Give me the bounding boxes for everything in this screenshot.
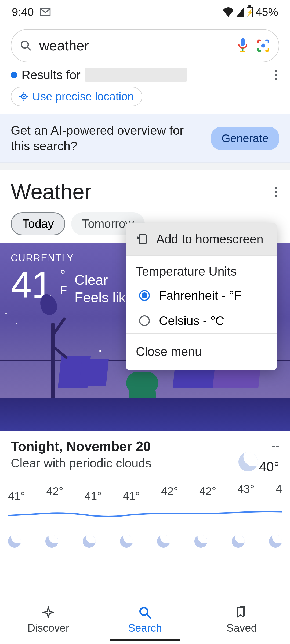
unit-fahrenheit[interactable]: Fahrenheit - °F [126,283,277,308]
moon-small-icon [267,532,284,550]
ai-overview-banner: Get an AI-powered overview for this sear… [0,114,290,163]
location-dot-icon [11,72,17,78]
search-nav-icon [139,606,151,619]
results-location-row: Results for [0,65,290,83]
lens-icon[interactable] [256,39,270,53]
tonight-low: 40° [259,459,279,474]
weather-overflow-icon[interactable] [273,185,279,199]
moon-small-icon [155,532,173,550]
moon-icon [236,449,260,474]
add-to-homescreen-item[interactable]: Add to homescreen [126,223,277,255]
results-for-label: Results for [21,68,81,82]
precise-location-label: Use precise location [32,90,134,103]
gesture-bar[interactable] [110,639,180,641]
add-home-label: Add to homescreen [156,232,263,246]
hour-temp: 43° [237,483,255,503]
tonight-forecast[interactable]: Tonight, November 20 Clear with periodic… [0,431,290,477]
tonight-desc: Clear with periodic clouds [11,456,238,470]
hour-temp: 41° [123,490,140,503]
generate-button[interactable]: Generate [211,127,279,150]
weather-overflow-menu: Add to homescreen Temperature Units Fahr… [126,223,277,370]
hourly-forecast[interactable]: 41° 42° 41° 41° 42° 42° 43° 4 [0,477,290,548]
wifi-icon [222,7,234,17]
add-home-icon [136,233,148,245]
svg-rect-2 [241,38,245,46]
moon-small-icon [6,532,23,550]
tonight-high: -- [238,439,279,452]
battery-icon: ⚡ [247,7,253,17]
hourly-sparkline [8,510,282,518]
moon-small-icon [192,532,210,550]
temp-units-label: Temperature Units [126,256,277,283]
battery-pct: 45% [256,6,278,19]
redacted-location [85,68,187,82]
ai-banner-text: Get an AI-powered overview for this sear… [11,123,204,154]
nav-saved[interactable]: Saved [193,596,290,644]
laundry-icon [79,359,109,386]
hour-temp: 42° [46,485,63,503]
use-precise-location-button[interactable]: Use precise location [11,87,142,106]
hour-temp: 42° [161,485,178,503]
overflow-menu-icon[interactable] [273,68,279,82]
hour-temp: 41° [85,490,102,503]
feels-like-text: Feels like [74,289,133,306]
hour-temp: 41° [8,490,25,503]
svg-point-5 [261,43,265,47]
moon-small-icon [43,532,61,550]
nav-discover[interactable]: Discover [0,596,97,644]
svg-line-1 [27,47,30,50]
sparkle-icon [42,606,55,619]
radio-unselected-icon [139,315,150,326]
search-bar[interactable]: weather [11,29,279,62]
moon-small-icon [118,532,135,550]
tonight-title: Tonight, November 20 [11,439,238,454]
tab-today[interactable]: Today [11,212,65,235]
condition-text: Clear [74,271,133,289]
svg-rect-12 [139,235,146,244]
gmail-icon [40,8,51,16]
status-time: 9:40 [12,6,34,19]
hour-temp: 42° [199,485,216,503]
search-icon [20,40,32,52]
svg-line-14 [147,614,150,618]
target-icon [19,92,28,101]
bottom-nav: Discover Search Saved [0,596,290,644]
search-input[interactable]: weather [39,38,229,54]
radio-selected-icon [139,290,150,301]
close-menu-item[interactable]: Close menu [126,335,277,370]
weather-title: Weather [11,180,92,204]
svg-point-7 [23,96,25,97]
moon-small-icon [80,532,98,550]
moon-small-icon [229,532,247,550]
bookmark-icon [235,606,248,619]
nav-search[interactable]: Search [97,596,193,644]
temp-unit: ° F [60,269,67,296]
hour-temp: 4 [276,483,282,503]
mic-icon[interactable] [237,38,249,53]
unit-celsius[interactable]: Celsius - °C [126,308,277,333]
cell-signal-icon [236,7,244,17]
status-bar: 9:40 ⚡ 45% [0,0,290,24]
